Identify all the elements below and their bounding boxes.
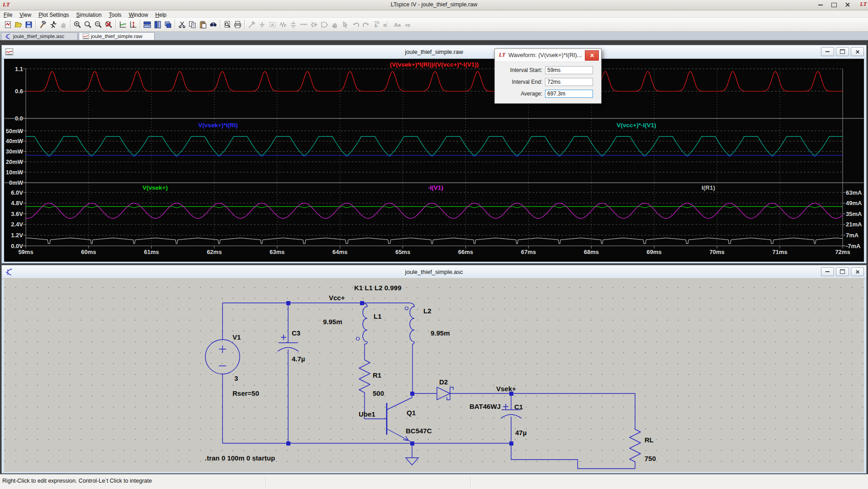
net-label-icon: A [267, 19, 278, 30]
minimize-button[interactable] [814, 0, 827, 9]
maximize-button[interactable] [827, 0, 840, 9]
close-button[interactable] [841, 0, 854, 9]
toolbar-separator [35, 19, 36, 29]
drag-icon [340, 19, 351, 30]
status-divider [105, 476, 106, 487]
waveform-window-title: joule_thief_simple.raw [2, 48, 866, 55]
toolbar-separator [220, 19, 221, 29]
spice-directive-icon: .op [403, 19, 413, 30]
waveform-minimize-button[interactable] [821, 47, 834, 56]
waveform-average-dialog: LT Waveform: (V(vsek+)*I(Rl)... Interval… [494, 48, 602, 104]
minimize-icon [818, 5, 823, 5]
dialog-title: Waveform: (V(vsek+)*I(Rl)... [508, 52, 582, 58]
status-message: Right-Click to edit expression. Control-… [2, 478, 152, 484]
new-schematic-icon[interactable] [3, 19, 13, 30]
wire-icon [247, 19, 257, 30]
close-icon [845, 2, 850, 7]
status-bar: Right-Click to edit expression. Control-… [0, 474, 868, 489]
toolbar-separator [115, 19, 116, 29]
ltspice-logo-corner-icon: LT [860, 1, 867, 8]
toolbar: AEEEAa.op [0, 18, 868, 32]
resistor-icon [278, 19, 288, 30]
tab-label: joule_thief_simple.asc [13, 34, 64, 39]
tab-joule-thief-simple-raw[interactable]: joule_thief_simple.raw [79, 32, 155, 40]
toolbar-separator [244, 19, 245, 29]
average-input[interactable] [545, 90, 593, 98]
interval-start-label: Interval Start: [499, 67, 542, 73]
tab-joule-thief-simple-asc[interactable]: joule_thief_simple.asc [1, 32, 78, 40]
cut-icon[interactable] [177, 19, 187, 30]
minimize-icon [825, 51, 830, 52]
svg-text:Aa: Aa [394, 22, 401, 28]
interval-end-input[interactable] [545, 78, 593, 86]
svg-text:A: A [271, 22, 274, 27]
ground-icon [257, 19, 267, 30]
cascade-windows-icon[interactable] [163, 19, 173, 30]
schematic-tab-icon [5, 33, 11, 39]
control-panel-icon[interactable] [38, 19, 48, 30]
restore-icon [840, 269, 845, 274]
halt-icon [58, 19, 69, 30]
waveform-close-button[interactable] [851, 47, 864, 56]
open-file-icon[interactable] [13, 19, 24, 30]
restore-icon [840, 49, 845, 54]
svg-text:E: E [375, 22, 378, 28]
schematic-restore-button[interactable] [836, 267, 849, 276]
close-icon [855, 50, 859, 54]
zoom-area-icon[interactable] [83, 19, 93, 30]
rotate-icon: E [371, 19, 382, 30]
tile-horizontal-icon[interactable] [142, 19, 152, 30]
copy-icon[interactable] [187, 19, 198, 30]
toolbar-separator [140, 19, 141, 29]
close-icon [855, 270, 859, 274]
app-titlebar: LT LTspice IV - joule_thief_simple.raw L… [0, 0, 868, 10]
schematic-canvas[interactable] [4, 278, 864, 472]
maximize-icon [831, 3, 837, 7]
toolbar-separator [175, 19, 175, 29]
svg-text:E: E [384, 22, 386, 27]
schematic-window: joule_thief_simple.asc [1, 265, 867, 474]
schematic-close-button[interactable] [851, 267, 864, 276]
undo-icon [351, 19, 361, 30]
status-divider [470, 476, 471, 487]
dialog-close-button[interactable] [585, 50, 599, 61]
app-title: LTspice IV - joule_thief_simple.raw [0, 1, 868, 8]
inductor-icon [299, 19, 309, 30]
zoom-out-icon[interactable] [93, 19, 104, 30]
move-icon [330, 19, 340, 30]
toolbar-separator [70, 19, 71, 29]
interval-start-input[interactable] [545, 66, 593, 74]
waveform-restore-button[interactable] [836, 47, 849, 56]
schematic-minimize-button[interactable] [821, 267, 834, 276]
waveform-plot-area[interactable] [4, 59, 864, 262]
save-icon[interactable] [24, 19, 34, 30]
print-icon[interactable] [232, 19, 243, 30]
ltspice-logo-icon: LT [499, 52, 505, 58]
waveform-tab-icon [83, 33, 89, 39]
component-icon [319, 19, 330, 30]
tile-vertical-icon[interactable] [152, 19, 163, 30]
waveform-window: joule_thief_simple.raw [1, 45, 867, 264]
tab-label: joule_thief_simple.raw [91, 34, 142, 39]
schematic-window-title: joule_thief_simple.asc [2, 268, 866, 275]
svg-text:.op: .op [404, 23, 411, 27]
paste-icon[interactable] [198, 19, 208, 30]
mirror-icon: EE [382, 19, 392, 30]
plot-settings-icon[interactable] [128, 19, 138, 30]
diode-icon [309, 19, 319, 30]
average-label: Average: [499, 91, 542, 97]
dialog-titlebar[interactable]: LT Waveform: (V(vsek+)*I(Rl)... [495, 49, 601, 62]
run-icon[interactable] [48, 19, 58, 30]
print-preview-icon[interactable] [222, 19, 232, 30]
waveform-window-titlebar[interactable]: joule_thief_simple.raw [2, 45, 866, 59]
redo-icon [361, 19, 371, 30]
tab-bar: joule_thief_simple.asc joule_thief_simpl… [0, 32, 868, 40]
interval-end-label: Interval End: [499, 79, 542, 85]
zoom-full-extents-icon[interactable] [104, 19, 114, 30]
zoom-in-icon[interactable] [72, 19, 83, 30]
text-icon: Aa [392, 19, 403, 30]
find-icon[interactable] [208, 19, 218, 30]
schematic-window-titlebar[interactable]: joule_thief_simple.asc [2, 265, 866, 279]
minimize-icon [825, 271, 830, 272]
autorange-y-icon[interactable] [118, 19, 128, 30]
